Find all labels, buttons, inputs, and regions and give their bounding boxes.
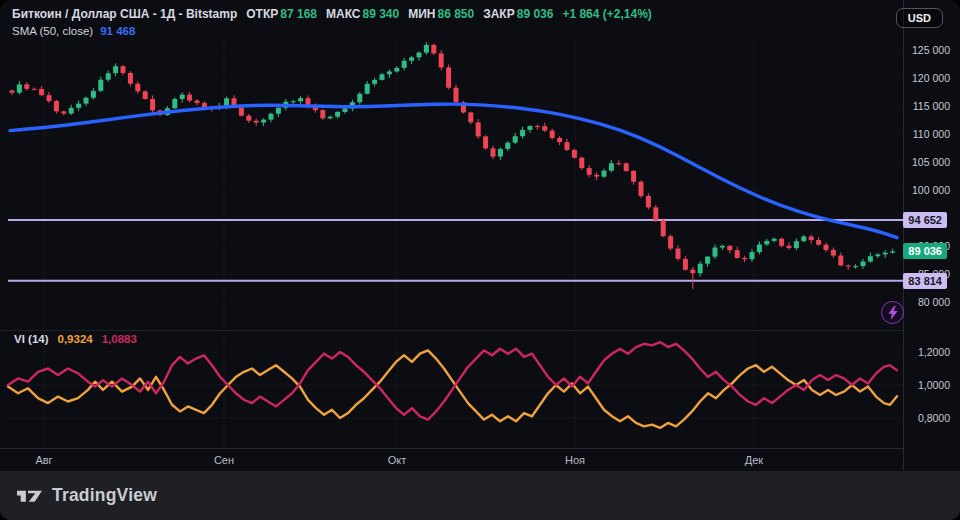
axis-tick-label: 1,2000 <box>918 346 950 358</box>
currency-toggle-button[interactable]: USD <box>896 8 943 28</box>
time-axis-label: Окт <box>388 454 407 466</box>
axis-tick-label: 1,0000 <box>918 379 950 391</box>
footer-bar: TradingView <box>0 470 960 520</box>
pane-divider[interactable] <box>0 330 903 331</box>
time-axis-label: Авг <box>35 454 52 466</box>
axis-tick-label: 100 000 <box>912 184 950 196</box>
sma-value: 91 468 <box>100 25 135 37</box>
price-change: +1 864 (+2,14%) <box>562 7 651 21</box>
axis-tick-label: 125 000 <box>912 44 950 56</box>
time-axis-label: Дек <box>745 454 763 466</box>
axis-tick-label: 80 000 <box>918 296 950 308</box>
time-axis-label: Сен <box>214 454 234 466</box>
axis-tick-label: 110 000 <box>913 128 950 140</box>
axis-tick-label: 120 000 <box>912 72 950 84</box>
axis-tick-label: 105 000 <box>912 156 950 168</box>
price-level-badge: 94 652 <box>903 212 947 228</box>
sma-legend[interactable]: SMA (50, close) 91 468 <box>12 25 652 37</box>
vortex-indicator-legend[interactable]: VI (14) 0,9324 1,0883 <box>14 333 137 345</box>
ohlc-low: МИН 86 850 <box>408 7 474 21</box>
brand-name: TradingView <box>52 485 157 506</box>
vi-label: VI (14) <box>14 333 49 345</box>
axis-tick-label: 0,8000 <box>918 412 950 424</box>
tradingview-logo-icon[interactable] <box>16 487 43 504</box>
ohlc-high: МАКС 89 340 <box>326 7 399 21</box>
vi-minus-value: 1,0883 <box>102 333 137 345</box>
sma-label: SMA (50, close) <box>12 25 93 37</box>
candles-layer <box>10 42 896 289</box>
ohlc-close: ЗАКР 89 036 <box>483 7 553 21</box>
axis-tick-label: 115 000 <box>913 100 950 112</box>
chart-legend: Биткоин / Доллар США - 1Д - Bitstamp ОТК… <box>12 7 652 37</box>
lightning-icon <box>887 306 899 320</box>
tradingview-chart-window: Биткоин / Доллар США - 1Д - Bitstamp ОТК… <box>0 0 960 520</box>
time-axis[interactable]: АвгСенОктНояДек <box>0 448 903 471</box>
price-level-lines[interactable] <box>8 220 903 281</box>
symbol-title[interactable]: Биткоин / Доллар США - 1Д - Bitstamp <box>12 7 237 21</box>
lightning-trade-button[interactable] <box>881 301 904 324</box>
price-level-badge: 83 814 <box>903 273 947 289</box>
vi-plus-value: 0,9324 <box>58 333 93 345</box>
time-axis-label: Ноя <box>565 454 585 466</box>
price-chart-canvas[interactable] <box>0 0 960 520</box>
ohlc-open: ОТКР 87 168 <box>246 7 317 21</box>
last-price-badge: 89 036 <box>903 243 947 259</box>
price-axis[interactable]: 125 000120 000115 000110 000105 000100 0… <box>904 0 960 470</box>
